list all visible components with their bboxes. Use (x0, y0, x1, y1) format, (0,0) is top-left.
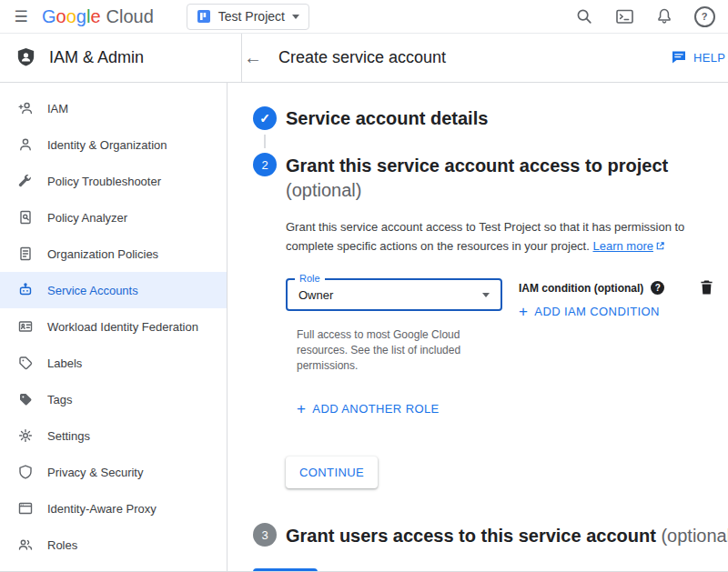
product-header: IAM & Admin (0, 33, 242, 82)
sidebar-item-settings[interactable]: Settings (0, 417, 227, 454)
question-glyph: ? (655, 283, 661, 293)
id-card-icon (17, 318, 34, 335)
label-icon (17, 355, 34, 371)
sidebar-item-labels[interactable]: Labels (0, 345, 227, 381)
step-2-description: Grant this service account access to Tes… (286, 217, 713, 256)
sidebar-item-policy-analyzer[interactable]: Policy Analyzer (0, 199, 227, 236)
iam-condition-label: IAM condition (optional) (519, 282, 643, 295)
step-2-heading: Grant this service account access to pro… (286, 154, 728, 203)
iam-condition-section: IAM condition (optional) ? + ADD IAM CON… (519, 278, 664, 319)
help-tooltip-icon[interactable]: ? (651, 281, 664, 295)
menu-icon[interactable]: ☰ (0, 0, 42, 33)
role-helper-text: Full access to most Google Cloud resourc… (297, 327, 474, 374)
back-glyph: ← (244, 47, 262, 68)
role-row: Role Owner IAM condition (optional) ? + (286, 278, 715, 319)
help-assistant-link[interactable]: HELP A (671, 49, 728, 65)
step-2-number: 2 (253, 153, 277, 176)
cloud-shell-icon[interactable] (613, 5, 635, 27)
project-icon (197, 9, 211, 24)
add-another-role-button[interactable]: + ADD ANOTHER ROLE (297, 401, 440, 416)
sidebar-item-label: Policy Troubleshooter (47, 175, 161, 188)
sidebar-item-privacy-security[interactable]: Privacy & Security (0, 454, 227, 490)
sidebar-item-label: Privacy & Security (47, 466, 143, 479)
step-3-optional-label: (optional) (661, 526, 728, 546)
page-header: ← Create service account HELP A (228, 33, 728, 82)
sidebar-item-label: Tags (47, 393, 72, 406)
sidebar-item-label: Organization Policies (47, 247, 158, 261)
step-2-title: Grant this service account access to pro… (286, 156, 668, 176)
main-content: ✓ Service account details 2 Grant this s… (228, 83, 728, 572)
sidebar-item-label: Labels (47, 356, 82, 370)
help-icon[interactable]: ? (693, 5, 715, 27)
sidebar-item-identity-aware-proxy[interactable]: Identity-Aware Proxy (0, 490, 227, 527)
continue-button[interactable]: CONTINUE (286, 457, 378, 488)
sidebar-item-label: Policy Analyzer (47, 211, 127, 225)
chat-icon (671, 49, 687, 65)
step-2: 2 Grant this service account access to p… (253, 153, 728, 488)
sidebar-item-identity-organization[interactable]: Identity & Organization (0, 126, 227, 163)
logo-letter: o (66, 7, 76, 25)
step-2-body: Grant this service account access to Tes… (286, 217, 728, 488)
tag-icon (17, 391, 34, 407)
plus-icon: + (297, 401, 306, 416)
topbar-actions: ? (573, 5, 715, 27)
search-icon[interactable] (573, 5, 595, 27)
hamburger-glyph: ☰ (14, 7, 27, 26)
role-field-label: Role (295, 273, 325, 284)
sidebar-item-label: Settings (47, 429, 90, 443)
learn-more-link[interactable]: Learn more (592, 239, 664, 253)
step-number-label: 2 (261, 158, 268, 172)
sidebar-item-label: Roles (47, 538, 77, 552)
cloud-logo-text: Cloud (106, 7, 154, 25)
step-number-label: 3 (261, 528, 268, 542)
step-1: ✓ Service account details (253, 106, 728, 130)
sidebar-item-label: Identity & Organization (47, 138, 167, 152)
add-another-role-label: ADD ANOTHER ROLE (312, 402, 439, 416)
sidebar-item-policy-troubleshooter[interactable]: Policy Troubleshooter (0, 163, 227, 199)
sidebar-item-service-accounts[interactable]: Service Accounts (0, 272, 227, 308)
sidebar-item-label: IAM (47, 102, 68, 115)
logo-letter: o (56, 7, 66, 25)
sidebar-item-roles[interactable]: Roles (0, 527, 227, 563)
sidebar: IAM Identity & Organization Policy Troub… (0, 83, 228, 572)
sidebar-item-label: Workload Identity Federation (47, 320, 198, 334)
notifications-icon[interactable] (653, 5, 675, 27)
google-cloud-logo: G o o g l e Cloud (42, 7, 154, 25)
logo-letter: g (76, 7, 86, 25)
back-arrow-icon[interactable]: ← (235, 39, 271, 75)
chevron-down-icon (292, 15, 299, 19)
check-icon: ✓ (259, 111, 270, 125)
gcp-console-page: ☰ G o o g l e Cloud Test Project (0, 0, 728, 572)
external-link-icon (655, 237, 665, 256)
help-link-label: HELP A (693, 51, 728, 65)
robot-icon (17, 282, 34, 298)
proxy-window-icon (17, 500, 34, 517)
roles-icon (17, 537, 34, 553)
document-list-icon (17, 246, 34, 262)
project-selector-label: Test Project (218, 9, 285, 24)
learn-more-label: Learn more (592, 239, 652, 253)
role-selected-value: Owner (298, 288, 333, 302)
project-selector-button[interactable]: Test Project (187, 4, 309, 30)
iam-admin-shield-icon (15, 46, 37, 69)
role-select[interactable]: Role Owner (286, 278, 502, 311)
topbar: ☰ G o o g l e Cloud Test Project (0, 0, 728, 34)
step-3: 3 Grant users access to this service acc… (253, 523, 728, 548)
step-3-heading: Grant users access to this service accou… (286, 524, 728, 548)
add-iam-condition-label: ADD IAM CONDITION (534, 305, 660, 318)
sidebar-item-iam[interactable]: IAM (0, 90, 227, 126)
step-3-title: Grant users access to this service accou… (286, 526, 656, 546)
step-3-number: 3 (253, 523, 277, 547)
shield-icon (17, 464, 34, 480)
add-iam-condition-button[interactable]: + ADD IAM CONDITION (519, 304, 660, 319)
delete-role-icon[interactable] (697, 278, 715, 296)
product-title: IAM & Admin (49, 48, 144, 67)
sidebar-item-workload-identity-federation[interactable]: Workload Identity Federation (0, 308, 227, 345)
logo-letter: e (90, 7, 100, 25)
sidebar-item-tags[interactable]: Tags (0, 381, 227, 417)
header: IAM & Admin ← Create service account HEL… (0, 33, 728, 83)
sidebar-item-organization-policies[interactable]: Organization Policies (0, 236, 227, 272)
person-add-icon (17, 100, 34, 116)
step-2-content: Grant this service account access to pro… (286, 153, 728, 488)
sidebar-item-label: Service Accounts (47, 284, 138, 297)
